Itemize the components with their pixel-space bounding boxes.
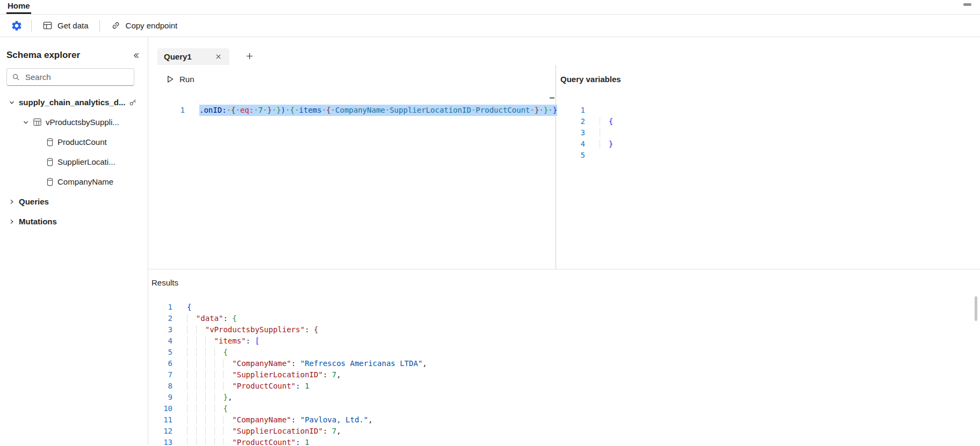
line-number: 3 (556, 127, 585, 138)
query-editor-pane: Run 1.onID:·{·eq:·7·}·})·{·items·{·Compa… (148, 65, 556, 269)
sidebar-item-label: Queries (19, 197, 49, 206)
code-line: 11 "CompanyName": "Pavlova, Ltd.", (148, 414, 980, 426)
sidebar-item-productcount[interactable]: ProductCount (6, 132, 141, 152)
chevron-down-icon[interactable] (23, 119, 29, 126)
results-editor[interactable]: 1{2 "data": {3 "vProductsbySuppliers": {… (148, 302, 980, 445)
table-icon (33, 118, 42, 127)
line-number: 12 (148, 426, 172, 437)
sidebar-item-companyname[interactable]: CompanyName (6, 172, 141, 192)
sidebar-item-label: ProductCount (57, 137, 107, 147)
run-button[interactable]: Run (165, 75, 194, 84)
column-icon (46, 158, 54, 166)
line-number: 2 (148, 313, 172, 324)
line-number: 5 (148, 347, 172, 358)
key-icon[interactable] (129, 98, 137, 106)
main-pane: Query1 Run (148, 37, 980, 445)
line-content: "data": { (187, 313, 237, 324)
code-line: 8 "ProductCount": 1 (148, 381, 980, 392)
line-content: }, (187, 392, 232, 403)
query-variables-editor[interactable]: 12 {3 4 }5 (556, 105, 980, 161)
search-box (6, 68, 134, 86)
results-pane: Results 1{2 "data": {3 "vProductsbySuppl… (148, 269, 980, 445)
code-line: 6 "CompanyName": "Refrescos Americanas L… (148, 358, 980, 369)
get-data-label: Get data (57, 21, 89, 30)
close-icon[interactable] (214, 52, 223, 61)
search-icon (12, 73, 20, 81)
settings-button[interactable] (8, 17, 26, 35)
schema-tree: supply_chain_analytics_d...vProductsbySu… (6, 92, 141, 231)
code-line: 10 { (148, 403, 980, 414)
search-input[interactable] (24, 72, 129, 82)
double-chevron-left-icon (132, 52, 140, 60)
toolbar: Get data Copy endpoint (0, 14, 980, 37)
tab-query1[interactable]: Query1 (157, 48, 229, 65)
chevron-right-icon[interactable] (9, 199, 15, 205)
line-content: "SupplierLocationID": 7, (187, 426, 341, 437)
line-content: "CompanyName": "Pavlova, Ltd.", (187, 414, 373, 426)
new-query-tab-button[interactable] (242, 49, 257, 63)
copy-endpoint-button[interactable]: Copy endpoint (105, 17, 183, 34)
line-number: 9 (148, 392, 172, 403)
overview-ruler-mark (550, 97, 554, 99)
get-data-button[interactable]: Get data (37, 17, 94, 34)
copy-endpoint-label: Copy endpoint (126, 21, 178, 30)
link-icon (111, 20, 121, 31)
sidebar-item-queries[interactable]: Queries (6, 192, 141, 211)
line-number: 3 (148, 324, 172, 335)
line-content: "CompanyName": "Refrescos Americanas LTD… (187, 358, 427, 369)
sidebar-item-label: SupplierLocati... (57, 157, 116, 166)
tab-home[interactable]: Home (6, 0, 31, 14)
page-scrollbar-thumb[interactable] (963, 3, 971, 6)
chevron-down-icon[interactable] (9, 99, 15, 106)
query-variables-pane: Query variables 12 {3 4 }5 (556, 65, 980, 269)
column-icon (46, 178, 54, 186)
line-content: "ProductCount": 1 (187, 437, 309, 445)
sidebar-item-supply-chain-analytics-d[interactable]: supply_chain_analytics_d... (6, 92, 141, 112)
line-content: { (187, 347, 228, 358)
content: Schema explorer supply_chain_analytics_d… (0, 37, 980, 445)
line-number: 8 (148, 381, 172, 392)
results-scrollbar-thumb[interactable] (975, 296, 977, 321)
line-number: 1 (148, 105, 185, 116)
code-line: 7 "SupplierLocationID": 7, (148, 369, 980, 381)
sidebar-item-label: Mutations (19, 217, 57, 226)
code-line: 2 "data": { (148, 313, 980, 324)
collapse-pane-button[interactable] (131, 50, 141, 61)
sidebar-item-label: CompanyName (57, 177, 113, 186)
line-number: 7 (148, 369, 172, 381)
code-line: 3 "vProductsbySuppliers": { (148, 324, 980, 335)
gear-icon (11, 20, 23, 32)
toolbar-divider (31, 20, 32, 32)
code-line: 13 "ProductCount": 1 (148, 437, 980, 445)
sidebar-item-label: supply_chain_analytics_d... (19, 98, 125, 107)
toolbar-divider (99, 20, 100, 32)
line-content: { (600, 116, 613, 127)
query-tab-label: Query1 (164, 52, 192, 61)
chevron-right-icon[interactable] (9, 218, 15, 225)
line-number: 2 (556, 116, 585, 127)
sidebar-item-supplierlocati[interactable]: SupplierLocati... (6, 152, 141, 172)
query-editor[interactable]: 1.onID:·{·eq:·7·}·})·{·items·{·CompanyNa… (148, 105, 556, 116)
sidebar-item-vproductsbysuppli[interactable]: vProductsbySuppli... (6, 112, 141, 132)
plus-icon (246, 52, 254, 60)
sidebar-item-label: vProductsbySuppli... (46, 118, 119, 127)
code-line: 4 } (556, 138, 980, 150)
line-content: .onID:·{·eq:·7·}·})·{·items·{·CompanyNam… (199, 105, 557, 116)
line-number: 1 (148, 302, 172, 313)
graphql-api-editor: { "colors": { "accent": "#2563eb", "sele… (0, 0, 980, 446)
sidebar-item-mutations[interactable]: Mutations (6, 211, 141, 231)
line-number: 13 (148, 437, 172, 445)
line-content: } (600, 138, 613, 150)
line-number: 4 (148, 335, 172, 347)
play-icon (165, 75, 175, 84)
code-line: 9 }, (148, 392, 980, 403)
line-number: 11 (148, 414, 172, 426)
column-icon (46, 138, 54, 147)
schema-explorer-pane: Schema explorer supply_chain_analytics_d… (0, 37, 148, 445)
line-number: 10 (148, 403, 172, 414)
code-line: 5 { (148, 347, 980, 358)
query-tabstrip: Query1 (148, 37, 980, 65)
editors-row: Run 1.onID:·{·eq:·7·}·})·{·items·{·Compa… (148, 65, 980, 269)
code-line: 1{ (148, 302, 980, 313)
line-content: "ProductCount": 1 (187, 381, 309, 392)
